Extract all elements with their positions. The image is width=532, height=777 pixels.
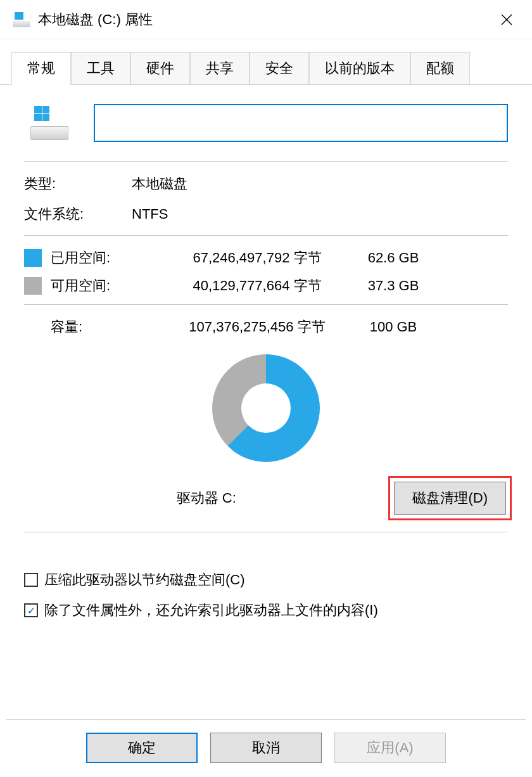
apply-button[interactable]: 应用(A) [334,733,446,763]
volume-name-input[interactable] [94,104,508,142]
disk-cleanup-button[interactable]: 磁盘清理(D) [394,482,506,515]
separator [24,235,508,236]
titlebar: 本地磁盘 (C:) 属性 [0,0,532,39]
separator [24,532,508,532]
drive-label: 驱动器 C: [24,489,388,508]
capacity-bytes: 107,376,275,456 字节 [168,318,346,337]
free-space-bytes: 40,129,777,664 字节 [168,276,346,295]
dialog-footer: 确定 取消 应用(A) [6,719,526,763]
close-icon [500,13,513,26]
drive-icon-large [30,106,68,140]
compress-label: 压缩此驱动器以节约磁盘空间(C) [44,570,245,589]
capacity-gb: 100 GB [358,319,428,335]
separator [24,304,508,305]
used-space-label: 已用空间: [51,248,168,267]
ok-button[interactable]: 确定 [86,733,198,763]
used-color-swatch [24,249,42,267]
tab-quota[interactable]: 配额 [410,52,470,84]
filesystem-value: NTFS [132,206,168,222]
drive-icon [13,12,30,27]
tab-sharing[interactable]: 共享 [190,52,250,84]
tab-hardware[interactable]: 硬件 [130,52,190,84]
tab-content-general: 类型: 本地磁盘 文件系统: NTFS 已用空间: 67,246,497,792… [0,85,532,620]
type-label: 类型: [24,174,132,193]
index-label: 除了文件属性外，还允许索引此驱动器上文件的内容(I) [44,601,378,620]
separator [24,161,508,162]
index-checkbox[interactable]: ✓ [24,603,38,617]
tab-security[interactable]: 安全 [250,52,309,84]
free-color-swatch [24,277,42,295]
used-space-gb: 62.6 GB [358,250,428,266]
tab-general[interactable]: 常规 [11,52,71,85]
used-space-bytes: 67,246,497,792 字节 [168,248,346,267]
tab-bar: 常规 工具 硬件 共享 安全 以前的版本 配额 [0,52,532,85]
tab-tools[interactable]: 工具 [71,52,130,84]
free-space-gb: 37.3 GB [358,278,428,294]
usage-donut-chart [212,354,320,462]
cancel-button[interactable]: 取消 [210,733,322,763]
highlight-box: 磁盘清理(D) [388,476,512,520]
free-space-label: 可用空间: [51,276,168,295]
tab-previous-versions[interactable]: 以前的版本 [309,52,410,84]
filesystem-label: 文件系统: [24,205,132,224]
type-value: 本地磁盘 [132,174,187,193]
window-title: 本地磁盘 (C:) 属性 [38,10,488,29]
capacity-label: 容量: [24,318,168,337]
close-button[interactable] [488,0,526,39]
compress-checkbox[interactable] [24,573,38,587]
